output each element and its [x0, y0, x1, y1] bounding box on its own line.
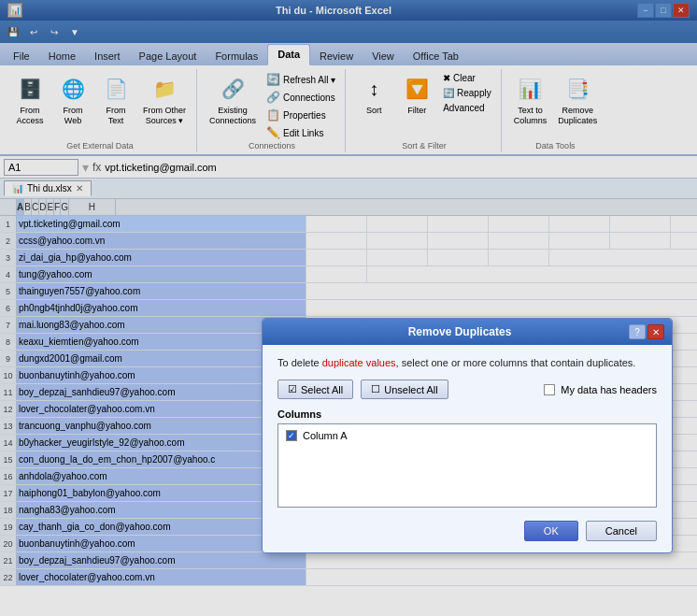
cancel-button[interactable]: Cancel: [586, 521, 657, 541]
ok-button[interactable]: OK: [524, 521, 578, 541]
select-all-label: Select All: [301, 384, 343, 395]
modal-description: To delete duplicate values, select one o…: [277, 356, 657, 370]
modal-help-button[interactable]: ?: [629, 324, 646, 339]
my-data-headers-label: My data has headers: [561, 384, 657, 395]
column-a-checkbox[interactable]: ✓: [286, 430, 297, 441]
modal-title: Remove Duplicates: [291, 325, 629, 338]
modal-toolbar: ☑ Select All ☐ Unselect All My data has …: [277, 380, 657, 399]
modal-desc-emphasis: duplicate values: [322, 357, 396, 368]
my-data-headers-area: My data has headers: [544, 384, 657, 395]
remove-duplicates-modal: Remove Duplicates ? ✕ To delete duplicat…: [262, 318, 673, 553]
column-a-row: ✓ Column A: [286, 430, 648, 441]
modal-footer: OK Cancel: [277, 517, 657, 541]
columns-box: ✓ Column A: [277, 423, 657, 508]
modal-body: To delete duplicate values, select one o…: [263, 345, 672, 552]
column-a-label: Column A: [303, 430, 348, 441]
select-all-icon: ☑: [288, 383, 297, 395]
unselect-all-label: Unselect All: [384, 384, 437, 395]
my-data-headers-checkbox[interactable]: [544, 384, 555, 395]
unselect-all-button[interactable]: ☐ Unselect All: [361, 380, 448, 399]
unselect-all-icon: ☐: [371, 383, 380, 395]
checkmark-icon: ✓: [288, 431, 295, 440]
select-all-button[interactable]: ☑ Select All: [277, 380, 353, 399]
modal-close-button[interactable]: ✕: [647, 324, 664, 339]
columns-label: Columns: [277, 408, 657, 420]
modal-titlebar: Remove Duplicates ? ✕: [263, 319, 672, 345]
